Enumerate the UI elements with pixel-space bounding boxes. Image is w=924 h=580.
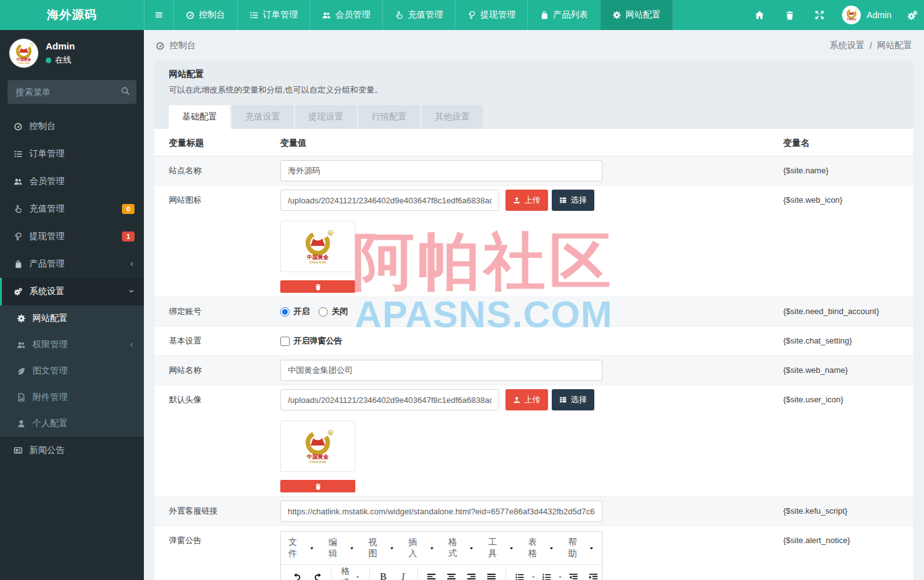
row-label: 站点名称 — [169, 160, 280, 181]
sidebar-item-site-config[interactable]: 网站配置 — [0, 305, 144, 332]
chevron-left-icon — [128, 342, 135, 348]
format-select[interactable]: 格式 — [336, 568, 365, 580]
gear-icon — [612, 11, 621, 19]
web-name-input[interactable] — [280, 360, 602, 381]
redo-button[interactable] — [308, 568, 327, 580]
caret-down-icon — [429, 546, 435, 551]
outdent-icon — [569, 572, 578, 580]
sidebar-item-product[interactable]: 产品管理 — [0, 250, 144, 278]
search-icon[interactable] — [121, 86, 130, 96]
sidebar-toggle-button[interactable] — [144, 0, 173, 30]
tab-recharge-settings[interactable]: 充值设置 — [232, 105, 293, 129]
online-status-dot — [46, 58, 51, 63]
sidebar-item-console[interactable]: 控制台 — [0, 113, 144, 140]
editor-menu-help[interactable]: 帮助 — [568, 537, 594, 559]
delete-image-button[interactable] — [280, 480, 355, 492]
nav-item-recharge[interactable]: 充值管理 — [382, 0, 455, 30]
outdent-button[interactable] — [564, 568, 583, 580]
caret-down-icon[interactable] — [531, 572, 536, 580]
sidebar-item-orders[interactable]: 订单管理 — [0, 140, 144, 168]
sidebar-item-attachments[interactable]: 附件管理 — [0, 384, 144, 410]
upload-button[interactable]: 上传 — [505, 190, 548, 211]
trash-icon — [315, 283, 322, 290]
search-input[interactable] — [8, 80, 136, 104]
user-icon-preview: 中国黄金China GoldR — [280, 420, 355, 472]
editor-menu-edit[interactable]: 编辑 — [328, 537, 355, 559]
breadcrumb: 控制台 系统设置 / 网站配置 — [144, 30, 924, 60]
expand-icon — [815, 10, 825, 20]
nav-item-orders[interactable]: 订单管理 — [237, 0, 310, 30]
sidebar-item-withdraw[interactable]: 提现管理1 — [0, 223, 144, 250]
align-center-button[interactable] — [442, 568, 461, 580]
svg-text:中国黄金: 中国黄金 — [16, 57, 31, 62]
caret-down-icon — [589, 546, 594, 551]
list-icon — [250, 11, 258, 19]
sidebar-item-profile[interactable]: 个人配置 — [0, 410, 144, 437]
nav-item-console[interactable]: 控制台 — [173, 0, 237, 30]
editor-menu-table[interactable]: 表格 — [528, 537, 554, 559]
caret-down-icon[interactable] — [557, 572, 563, 580]
bind-on-radio[interactable] — [280, 307, 290, 317]
popup-notice-label[interactable]: 开启弹窗公告 — [293, 330, 342, 352]
italic-button[interactable]: I — [394, 568, 413, 580]
brand-logo[interactable]: 海外源码 — [0, 0, 144, 30]
bind-off-radio[interactable] — [318, 307, 328, 317]
tab-market-config[interactable]: 行情配置 — [358, 105, 420, 129]
web-icon-path-input[interactable] — [280, 190, 499, 211]
person-icon — [17, 419, 26, 428]
bind-off-label[interactable]: 关闭 — [332, 301, 348, 322]
tab-other-settings[interactable]: 其他设置 — [422, 105, 483, 129]
editor-menu-file[interactable]: 文件 — [288, 537, 315, 559]
delete-image-button[interactable] — [280, 280, 355, 293]
upload-button[interactable]: 上传 — [505, 389, 548, 410]
numbered-list-button[interactable] — [537, 568, 556, 580]
row-variable-name: {$site.web_name} — [783, 360, 899, 381]
editor-menu-view[interactable]: 视图 — [368, 537, 395, 559]
sidebar-item-permissions[interactable]: 权限管理 — [0, 332, 144, 358]
breadcrumb-page: 网站配置 — [877, 40, 912, 51]
sidebar-item-news[interactable]: 新闻公告 — [0, 437, 144, 464]
hamburger-icon — [155, 11, 163, 19]
bold-button[interactable]: B — [374, 568, 393, 580]
settings-button[interactable] — [901, 0, 923, 30]
tab-withdraw-settings[interactable]: 提现设置 — [295, 105, 357, 129]
user-icon-path-input[interactable] — [280, 389, 499, 410]
align-left-button[interactable] — [422, 568, 441, 580]
kefu-link-input[interactable] — [280, 501, 602, 522]
site-name-input[interactable] — [280, 160, 602, 181]
undo-button[interactable] — [288, 568, 307, 580]
sidebar-item-system-settings[interactable]: 系统设置 — [0, 278, 144, 305]
shopping-bag-icon — [14, 260, 23, 268]
editor-menu-format[interactable]: 格式 — [449, 537, 475, 559]
clear-cache-button[interactable] — [777, 0, 802, 30]
nav-item-members[interactable]: 会员管理 — [310, 0, 382, 30]
popup-notice-checkbox[interactable] — [280, 337, 290, 346]
sidebar-item-image-text[interactable]: 图文管理 — [0, 358, 144, 384]
row-label: 网站名称 — [169, 360, 280, 381]
home-button[interactable] — [747, 0, 772, 30]
row-label: 网站图标 — [169, 190, 280, 211]
fullscreen-button[interactable] — [807, 0, 832, 30]
align-right-button[interactable] — [462, 568, 481, 580]
nav-item-site-config[interactable]: 网站配置 — [600, 0, 673, 30]
svg-text:China Gold: China Gold — [310, 261, 326, 264]
align-justify-button[interactable] — [482, 568, 501, 580]
nav-item-withdraw[interactable]: 提现管理 — [455, 0, 527, 30]
sidebar-item-members[interactable]: 会员管理 — [0, 168, 144, 195]
editor-menu-insert[interactable]: 插入 — [409, 537, 435, 559]
indent-button[interactable] — [584, 568, 603, 580]
sidebar-item-recharge[interactable]: 充值管理0 — [0, 195, 144, 223]
nav-item-products[interactable]: 产品列表 — [527, 0, 600, 30]
breadcrumb-parent[interactable]: 系统设置 — [830, 40, 865, 51]
bullet-list-button[interactable] — [510, 568, 529, 580]
row-variable-name: {$site.kefu_script} — [783, 501, 899, 522]
editor-menu-tools[interactable]: 工具 — [488, 537, 514, 559]
china-gold-logo: 中国黄金China GoldR — [297, 425, 338, 467]
choose-button[interactable]: 选择 — [552, 389, 594, 410]
user-menu[interactable]: 中国黄金 Admin — [837, 6, 896, 24]
tab-basic-config[interactable]: 基础配置 — [169, 105, 230, 129]
breadcrumb-current[interactable]: 控制台 — [170, 40, 196, 51]
bind-on-label[interactable]: 开启 — [293, 301, 310, 322]
main-content: 控制台 系统设置 / 网站配置 网站配置 可以在此增改系统的变量和分组,也可以自… — [144, 30, 924, 580]
choose-button[interactable]: 选择 — [552, 190, 594, 211]
